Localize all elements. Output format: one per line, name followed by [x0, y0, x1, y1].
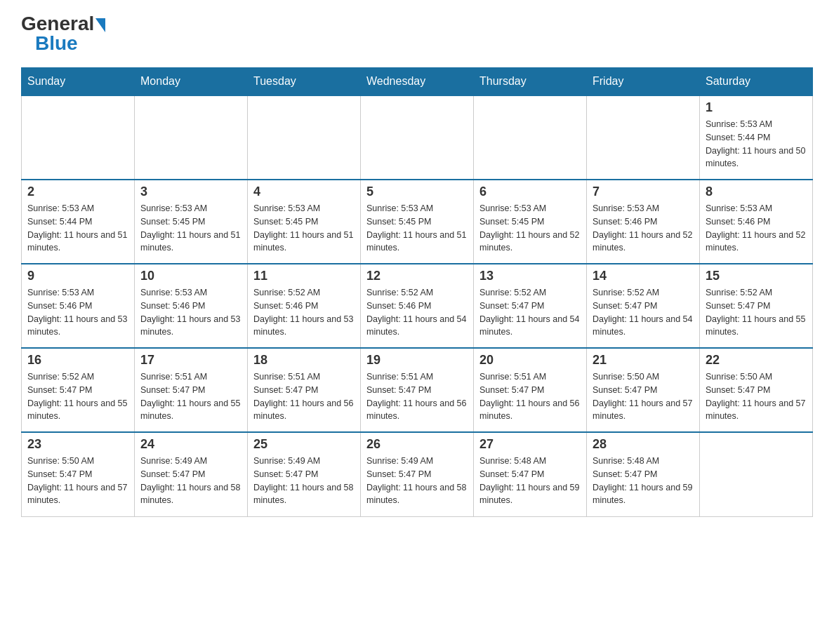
day-number: 2 [27, 185, 128, 199]
day-number: 28 [593, 437, 694, 452]
day-number: 17 [140, 353, 241, 368]
calendar-cell [135, 95, 248, 180]
day-number: 6 [479, 185, 581, 199]
calendar-cell: 9Sunrise: 5:53 AMSunset: 5:46 PMDaylight… [22, 264, 135, 348]
day-info: Sunrise: 5:52 AMSunset: 5:46 PMDaylight:… [366, 286, 468, 339]
calendar-cell [248, 95, 361, 180]
calendar-table: SundayMondayTuesdayWednesdayThursdayFrid… [21, 67, 813, 517]
day-info: Sunrise: 5:51 AMSunset: 5:47 PMDaylight:… [253, 370, 355, 423]
day-info: Sunrise: 5:53 AMSunset: 5:46 PMDaylight:… [140, 286, 241, 339]
calendar-cell: 24Sunrise: 5:49 AMSunset: 5:47 PMDayligh… [135, 432, 248, 516]
day-number: 15 [706, 269, 807, 283]
calendar-header-friday: Friday [587, 68, 700, 96]
day-info: Sunrise: 5:48 AMSunset: 5:47 PMDaylight:… [479, 455, 581, 507]
calendar-week-row: 1Sunrise: 5:53 AMSunset: 5:44 PMDaylight… [22, 95, 813, 180]
calendar-cell: 17Sunrise: 5:51 AMSunset: 5:47 PMDayligh… [135, 348, 248, 432]
calendar-week-row: 23Sunrise: 5:50 AMSunset: 5:47 PMDayligh… [22, 432, 813, 516]
calendar-cell: 5Sunrise: 5:53 AMSunset: 5:45 PMDaylight… [361, 180, 474, 264]
calendar-cell: 15Sunrise: 5:52 AMSunset: 5:47 PMDayligh… [700, 264, 813, 348]
day-number: 11 [253, 269, 355, 283]
day-number: 7 [593, 185, 694, 199]
calendar-cell: 7Sunrise: 5:53 AMSunset: 5:46 PMDaylight… [587, 180, 700, 264]
calendar-week-row: 2Sunrise: 5:53 AMSunset: 5:44 PMDaylight… [22, 180, 813, 264]
calendar-cell: 23Sunrise: 5:50 AMSunset: 5:47 PMDayligh… [22, 432, 135, 516]
logo-general-text: General [21, 14, 94, 34]
day-info: Sunrise: 5:51 AMSunset: 5:47 PMDaylight:… [479, 370, 581, 423]
day-info: Sunrise: 5:49 AMSunset: 5:47 PMDaylight:… [140, 455, 241, 507]
calendar-cell: 22Sunrise: 5:50 AMSunset: 5:47 PMDayligh… [700, 348, 813, 432]
calendar-cell: 20Sunrise: 5:51 AMSunset: 5:47 PMDayligh… [474, 348, 587, 432]
day-info: Sunrise: 5:52 AMSunset: 5:47 PMDaylight:… [479, 286, 581, 339]
calendar-cell: 21Sunrise: 5:50 AMSunset: 5:47 PMDayligh… [587, 348, 700, 432]
logo-blue-text: Blue [35, 34, 78, 53]
day-info: Sunrise: 5:48 AMSunset: 5:47 PMDaylight:… [593, 455, 694, 507]
day-number: 26 [366, 437, 468, 452]
calendar-cell [700, 432, 813, 516]
day-number: 5 [366, 185, 468, 199]
day-number: 27 [479, 437, 581, 452]
day-info: Sunrise: 5:52 AMSunset: 5:47 PMDaylight:… [706, 286, 807, 339]
calendar-week-row: 9Sunrise: 5:53 AMSunset: 5:46 PMDaylight… [22, 264, 813, 348]
day-info: Sunrise: 5:53 AMSunset: 5:46 PMDaylight:… [706, 202, 807, 255]
calendar-cell: 19Sunrise: 5:51 AMSunset: 5:47 PMDayligh… [361, 348, 474, 432]
day-info: Sunrise: 5:53 AMSunset: 5:45 PMDaylight:… [366, 202, 468, 255]
day-number: 3 [140, 185, 241, 199]
day-number: 18 [253, 353, 355, 368]
calendar-cell: 14Sunrise: 5:52 AMSunset: 5:47 PMDayligh… [587, 264, 700, 348]
day-info: Sunrise: 5:52 AMSunset: 5:46 PMDaylight:… [253, 286, 355, 339]
day-info: Sunrise: 5:51 AMSunset: 5:47 PMDaylight:… [366, 370, 468, 423]
day-number: 12 [366, 269, 468, 283]
day-number: 21 [593, 353, 694, 368]
day-info: Sunrise: 5:50 AMSunset: 5:47 PMDaylight:… [706, 370, 807, 423]
day-number: 19 [366, 353, 468, 368]
calendar-cell [587, 95, 700, 180]
day-info: Sunrise: 5:52 AMSunset: 5:47 PMDaylight:… [27, 370, 128, 423]
calendar-cell [361, 95, 474, 180]
page-header: General Blue [21, 14, 813, 53]
calendar-cell [474, 95, 587, 180]
calendar-cell: 4Sunrise: 5:53 AMSunset: 5:45 PMDaylight… [248, 180, 361, 264]
day-info: Sunrise: 5:53 AMSunset: 5:45 PMDaylight:… [140, 202, 241, 255]
logo: General Blue [21, 14, 105, 53]
day-number: 1 [706, 100, 807, 115]
calendar-cell: 1Sunrise: 5:53 AMSunset: 5:44 PMDaylight… [700, 95, 813, 180]
day-info: Sunrise: 5:53 AMSunset: 5:44 PMDaylight:… [27, 202, 128, 255]
calendar-cell: 10Sunrise: 5:53 AMSunset: 5:46 PMDayligh… [135, 264, 248, 348]
day-number: 10 [140, 269, 241, 283]
calendar-cell: 6Sunrise: 5:53 AMSunset: 5:45 PMDaylight… [474, 180, 587, 264]
day-info: Sunrise: 5:50 AMSunset: 5:47 PMDaylight:… [27, 455, 128, 507]
calendar-cell: 8Sunrise: 5:53 AMSunset: 5:46 PMDaylight… [700, 180, 813, 264]
day-number: 4 [253, 185, 355, 199]
day-number: 9 [27, 269, 128, 283]
calendar-cell: 27Sunrise: 5:48 AMSunset: 5:47 PMDayligh… [474, 432, 587, 516]
day-info: Sunrise: 5:51 AMSunset: 5:47 PMDaylight:… [140, 370, 241, 423]
calendar-header-tuesday: Tuesday [248, 68, 361, 96]
calendar-cell: 12Sunrise: 5:52 AMSunset: 5:46 PMDayligh… [361, 264, 474, 348]
calendar-cell: 16Sunrise: 5:52 AMSunset: 5:47 PMDayligh… [22, 348, 135, 432]
calendar-header-wednesday: Wednesday [361, 68, 474, 96]
day-info: Sunrise: 5:53 AMSunset: 5:46 PMDaylight:… [593, 202, 694, 255]
day-number: 23 [27, 437, 128, 452]
calendar-week-row: 16Sunrise: 5:52 AMSunset: 5:47 PMDayligh… [22, 348, 813, 432]
day-info: Sunrise: 5:53 AMSunset: 5:45 PMDaylight:… [479, 202, 581, 255]
calendar-header-monday: Monday [135, 68, 248, 96]
calendar-cell: 11Sunrise: 5:52 AMSunset: 5:46 PMDayligh… [248, 264, 361, 348]
calendar-header-sunday: Sunday [22, 68, 135, 96]
logo-triangle-icon [95, 18, 105, 32]
calendar-cell: 18Sunrise: 5:51 AMSunset: 5:47 PMDayligh… [248, 348, 361, 432]
day-number: 25 [253, 437, 355, 452]
calendar-header-saturday: Saturday [700, 68, 813, 96]
day-info: Sunrise: 5:53 AMSunset: 5:45 PMDaylight:… [253, 202, 355, 255]
day-number: 13 [479, 269, 581, 283]
calendar-cell: 25Sunrise: 5:49 AMSunset: 5:47 PMDayligh… [248, 432, 361, 516]
day-number: 20 [479, 353, 581, 368]
calendar-cell: 28Sunrise: 5:48 AMSunset: 5:47 PMDayligh… [587, 432, 700, 516]
day-number: 22 [706, 353, 807, 368]
calendar-cell: 26Sunrise: 5:49 AMSunset: 5:47 PMDayligh… [361, 432, 474, 516]
day-number: 8 [706, 185, 807, 199]
day-info: Sunrise: 5:52 AMSunset: 5:47 PMDaylight:… [593, 286, 694, 339]
calendar-cell: 13Sunrise: 5:52 AMSunset: 5:47 PMDayligh… [474, 264, 587, 348]
day-number: 16 [27, 353, 128, 368]
calendar-cell [22, 95, 135, 180]
calendar-header-row: SundayMondayTuesdayWednesdayThursdayFrid… [22, 68, 813, 96]
